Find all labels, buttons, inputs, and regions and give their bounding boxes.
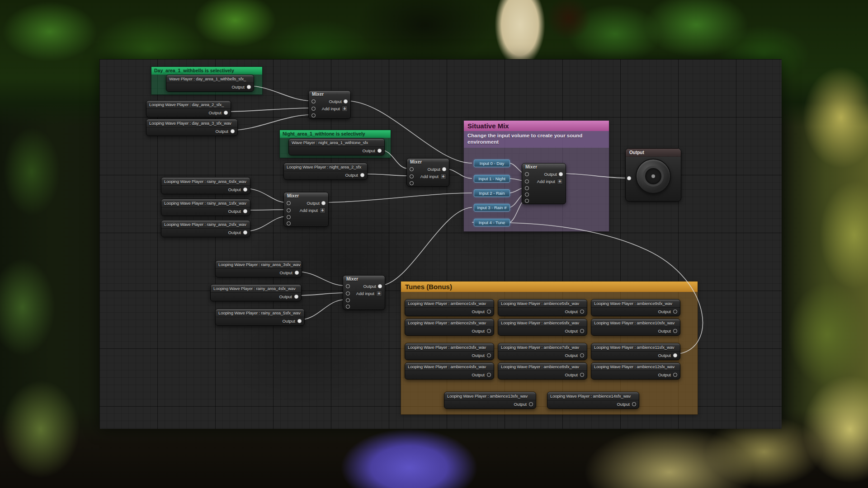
input-pin[interactable] [346, 284, 350, 288]
output-pin[interactable] [580, 373, 584, 377]
node-wave-player-day1[interactable]: Wave Player : day_area_1_withbells_sfx_ … [166, 75, 254, 92]
input-pin[interactable] [525, 186, 529, 190]
output-pin[interactable] [559, 172, 563, 176]
output-pin[interactable] [224, 111, 228, 115]
node-looping-wave-player-day2[interactable]: Looping Wave Player : day_area_2_sfx_ Ou… [146, 100, 231, 117]
node-looping-wave-player-rainy3[interactable]: Looping Wave Player : rainy_area_3sfx_wa… [215, 260, 302, 277]
input-pin[interactable] [525, 179, 529, 183]
output-pin[interactable] [243, 209, 247, 213]
node-looping-wave-player-ambience13[interactable]: Looping Wave Player : ambience13sfx_wav … [444, 392, 536, 409]
input-pin[interactable] [525, 192, 529, 197]
node-input-2-rain[interactable]: Input 2 - Rain [474, 189, 510, 197]
add-input-plus-icon[interactable]: + [557, 178, 563, 184]
add-input-plus-icon[interactable]: + [342, 106, 348, 112]
node-wave-player-night1[interactable]: Wave Player : night_area_1_withtone_sfx … [288, 138, 385, 155]
add-input-plus-icon[interactable]: + [376, 291, 382, 296]
input-pin[interactable] [287, 221, 291, 225]
output-pin[interactable] [580, 310, 584, 314]
input-pin[interactable] [525, 172, 529, 176]
input-pin[interactable] [410, 181, 414, 185]
node-looping-wave-player-ambience12[interactable]: Looping Wave Player : ambience12sfx_wav … [591, 362, 680, 380]
node-looping-wave-player-day3[interactable]: Looping Wave Player : day_area_3_sfx_wav… [146, 119, 238, 136]
node-looping-wave-player-ambience4[interactable]: Looping Wave Player : ambience4sfx_wav O… [405, 362, 494, 380]
output-pin[interactable] [378, 284, 382, 288]
output-pin[interactable] [580, 353, 584, 357]
output-pin[interactable] [673, 373, 677, 377]
node-mixer-rain2[interactable]: Mixer Output Add input + [343, 275, 385, 310]
input-pin[interactable] [627, 176, 631, 180]
output-pin[interactable] [487, 310, 491, 314]
mixer-pin-row [284, 220, 328, 226]
output-pin[interactable] [243, 230, 247, 235]
node-looping-wave-player-ambience2[interactable]: Looping Wave Player : ambience2sfx_wav O… [405, 319, 494, 336]
output-pin[interactable] [487, 373, 491, 377]
input-pin[interactable] [287, 208, 291, 212]
mixer-add-input-row: Add input + [343, 290, 385, 297]
output-pin[interactable] [247, 85, 251, 89]
output-pin[interactable] [243, 188, 247, 192]
output-pin[interactable] [529, 402, 533, 406]
output-pin[interactable] [295, 271, 299, 275]
add-input-plus-icon[interactable]: + [320, 207, 326, 213]
output-pin[interactable] [294, 295, 298, 299]
node-looping-wave-player-ambience5[interactable]: Looping Wave Player : ambience5sfx_wav O… [498, 299, 587, 316]
output-pin[interactable] [321, 201, 326, 205]
output-pin-label: Output [329, 99, 342, 104]
input-pin[interactable] [311, 107, 316, 111]
input-pin[interactable] [311, 99, 316, 103]
node-looping-wave-player-ambience10[interactable]: Looping Wave Player : ambience10sfx_wav … [591, 319, 680, 336]
node-title: Looping Wave Player : ambience6sfx_wav [498, 319, 587, 327]
node-mixer-situative[interactable]: Mixer Output Add input + [522, 163, 566, 204]
node-looping-wave-player-night2[interactable]: Looping Wave Player : night_area_2_sfx O… [283, 163, 368, 180]
node-looping-wave-player-rainy2[interactable]: Looping Wave Player : rainy_area_2sfx_wa… [161, 220, 250, 237]
output-pin[interactable] [673, 329, 677, 333]
add-input-plus-icon[interactable]: + [440, 174, 446, 179]
node-looping-wave-player-rainy4[interactable]: Looping Wave Player : rainy_area_4sfx_wa… [210, 284, 302, 301]
node-looping-wave-player-rainy1[interactable]: Looping Wave Player : rainy_area_1sfx_wa… [161, 199, 250, 216]
output-row: Output [216, 317, 304, 325]
output-pin[interactable] [673, 353, 677, 357]
node-input-0-day[interactable]: Input 0 - Day [474, 160, 510, 167]
node-looping-wave-player-rainy5[interactable]: Looping Wave Player : rainy_area_5sfx_wa… [215, 309, 305, 326]
node-looping-wave-player-ambience11[interactable]: Looping Wave Player : ambience11sfx_wav … [591, 343, 680, 360]
node-mixer-day[interactable]: Mixer Output Add input + [308, 90, 351, 119]
output-pin-label: Output [658, 328, 671, 333]
input-pin[interactable] [525, 199, 529, 203]
input-pin[interactable] [346, 305, 350, 309]
output-pin[interactable] [377, 149, 382, 153]
input-pin[interactable] [410, 167, 414, 171]
output-pin[interactable] [442, 167, 446, 171]
node-mixer-rain[interactable]: Mixer Output Add input + [283, 192, 329, 227]
output-pin-label: Output [215, 129, 228, 134]
output-pin[interactable] [673, 310, 677, 314]
node-looping-wave-player-ambience8[interactable]: Looping Wave Player : ambience8sfx_wav O… [498, 362, 587, 380]
input-pin[interactable] [410, 174, 414, 178]
input-pin[interactable] [287, 201, 291, 205]
node-looping-wave-player-rainy6[interactable]: Looping Wave Player : rainy_area_6sfx_wa… [161, 177, 250, 194]
node-looping-wave-player-ambience7[interactable]: Looping Wave Player : ambience7sfx_wav O… [498, 343, 587, 360]
node-mixer-night[interactable]: Mixer Output Add input + [406, 158, 449, 187]
mixer-pin-row [407, 180, 449, 186]
node-looping-wave-player-ambience1[interactable]: Looping Wave Player : ambience1sfx_wav O… [405, 299, 494, 316]
output-pin[interactable] [580, 329, 584, 333]
node-output[interactable]: Output [625, 148, 681, 202]
node-input-4-tune[interactable]: Input 4 - Tune [474, 219, 510, 226]
input-pin[interactable] [311, 113, 316, 117]
node-input-3-rain2[interactable]: Input 3 - Rain # [474, 204, 510, 211]
node-looping-wave-player-ambience9[interactable]: Looping Wave Player : ambience9sfx_wav O… [591, 299, 680, 316]
output-pin[interactable] [632, 402, 636, 406]
output-pin[interactable] [231, 129, 235, 133]
input-pin[interactable] [287, 215, 291, 219]
input-pin[interactable] [346, 291, 350, 296]
input-pin[interactable] [346, 298, 350, 302]
node-looping-wave-player-ambience3[interactable]: Looping Wave Player : ambience3sfx_wav O… [405, 343, 494, 360]
output-pin[interactable] [360, 173, 364, 177]
node-looping-wave-player-ambience14[interactable]: Looping Wave Player : ambience14sfx_wav … [547, 392, 639, 409]
output-pin[interactable] [297, 319, 302, 323]
output-pin[interactable] [344, 99, 348, 103]
node-looping-wave-player-ambience6[interactable]: Looping Wave Player : ambience6sfx_wav O… [498, 319, 587, 336]
node-input-1-night[interactable]: Input 1 - Night [474, 175, 510, 183]
input-label: Input 4 - Tune [479, 220, 505, 225]
output-pin[interactable] [487, 329, 491, 333]
output-pin[interactable] [487, 353, 491, 357]
